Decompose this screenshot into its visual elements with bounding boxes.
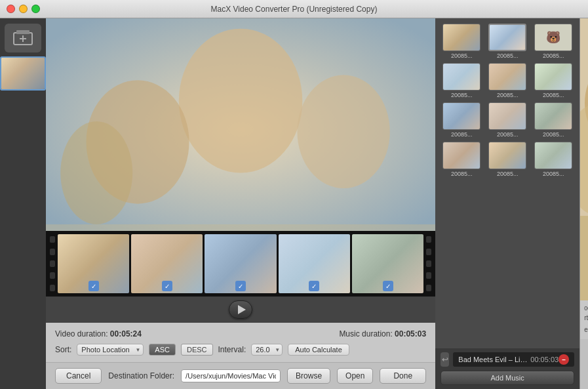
photo-item[interactable]: 20085...: [486, 142, 528, 177]
sort-select[interactable]: Photo Location: [77, 344, 144, 356]
maximize-button[interactable]: [31, 5, 40, 13]
deinterlacing-label: rtlerlacing: [584, 314, 588, 321]
sidebar: [0, 18, 46, 389]
film-hole: [50, 236, 55, 243]
frame-checkbox[interactable]: ✓: [309, 281, 319, 291]
music-name: Bad Meets Evil – Ligh...: [458, 356, 530, 363]
video-duration: Video duration: 00:05:24: [55, 329, 142, 338]
photo-thumb: [442, 142, 480, 169]
film-hole: [50, 272, 55, 279]
music-duration: Music duration: 00:05:03: [339, 329, 426, 338]
photo-image: [443, 24, 480, 51]
play-icon: [238, 305, 246, 314]
film-frame[interactable]: ✓: [279, 234, 350, 293]
photo-name: 20085...: [534, 131, 572, 138]
film-hole: [426, 236, 431, 243]
done-button[interactable]: Done: [380, 368, 426, 384]
minimize-button[interactable]: [19, 5, 28, 13]
desc-button[interactable]: DESC: [181, 344, 213, 356]
photo-grid[interactable]: 20085...20085...🐻20085...20085...20085..…: [435, 18, 579, 348]
photo-image: [489, 64, 526, 90]
photo-image: [489, 103, 526, 129]
open-button[interactable]: Open: [337, 368, 373, 384]
music-info: Bad Meets Evil – Ligh... 00:05:03 –: [453, 352, 574, 367]
auto-calculate-button[interactable]: Auto Calculate: [288, 344, 349, 356]
svg-rect-13: [580, 216, 588, 300]
photo-name: 20085...: [488, 131, 526, 138]
video-thumbnail[interactable]: [0, 56, 46, 91]
music-back-button[interactable]: ↩: [441, 352, 449, 367]
photo-item[interactable]: 20085...: [532, 63, 574, 98]
cancel-button[interactable]: Cancel: [55, 368, 102, 384]
svg-point-12: [580, 103, 588, 216]
photo-item[interactable]: 🐻20085...: [532, 24, 574, 59]
frame-checkbox[interactable]: ✓: [383, 281, 393, 291]
music-remove-button[interactable]: –: [559, 354, 569, 365]
photo-thumb: 🐻: [534, 24, 572, 51]
photo-image: [490, 25, 525, 50]
browse-button[interactable]: Browse: [287, 368, 330, 384]
photo-item[interactable]: 20085...: [532, 102, 574, 138]
photo-thumb: [488, 24, 526, 51]
photo-name: 20085...: [534, 52, 572, 59]
photo-image: [535, 142, 572, 169]
photo-thumb: [534, 102, 572, 130]
photo-item[interactable]: 20085...: [486, 24, 528, 59]
svg-point-8: [60, 121, 132, 224]
photo-item[interactable]: 20085...: [441, 102, 482, 138]
close-button[interactable]: [7, 5, 15, 13]
film-hole: [426, 249, 431, 255]
photo-image: [489, 142, 526, 169]
right-controls: 00:00:00 ⤢ rtlerlacing e Use: 4: [580, 300, 588, 339]
film-frame[interactable]: ✓: [131, 234, 203, 293]
sort-row: Sort: Photo Location ASC DESC Interval: …: [55, 344, 426, 356]
photo-item[interactable]: 20085...: [441, 142, 482, 177]
frame-checkbox[interactable]: ✓: [235, 281, 246, 291]
right-panel: 20085...20085...🐻20085...20085...20085..…: [435, 18, 579, 389]
photo-name: 20085...: [534, 92, 572, 98]
settings-row: rtlerlacing e Use: 4: [584, 314, 588, 335]
photo-item[interactable]: 20085...: [441, 24, 482, 59]
photo-item[interactable]: 20085...: [441, 63, 482, 98]
main-container: ✓ ✓ ✓ ✓ ✓: [0, 18, 588, 389]
run-btn-container: RUN: [580, 339, 588, 389]
film-frame[interactable]: ✓: [58, 234, 129, 293]
preview-photo: [580, 18, 588, 300]
photo-thumb: [534, 142, 572, 169]
window-controls[interactable]: [7, 5, 40, 13]
photo-image: [443, 64, 480, 90]
photo-image: 🐻: [535, 24, 572, 51]
add-music-button[interactable]: Add Music: [441, 371, 574, 385]
frame-checkbox[interactable]: ✓: [88, 281, 99, 291]
photo-image: [535, 103, 572, 129]
frame-checkbox[interactable]: ✓: [162, 281, 172, 291]
svg-point-7: [297, 75, 389, 188]
duration-row: Video duration: 00:05:24 Music duration:…: [55, 329, 426, 338]
photo-name: 20085...: [442, 52, 480, 59]
use-label: e Use:: [584, 326, 588, 333]
center-panel: ✓ ✓ ✓ ✓ ✓: [46, 18, 435, 389]
title-bar: MacX Video Converter Pro (Unregistered C…: [0, 0, 588, 18]
photo-name: 20085...: [488, 92, 526, 98]
film-frames: ✓ ✓ ✓ ✓ ✓: [58, 234, 423, 293]
photo-item[interactable]: 20085...: [532, 142, 574, 177]
music-duration-label: Music duration:: [339, 329, 392, 338]
film-frame[interactable]: ✓: [352, 234, 423, 293]
play-bar: [46, 297, 435, 323]
asc-button[interactable]: ASC: [149, 344, 176, 356]
photo-item[interactable]: 20085...: [486, 102, 528, 138]
add-media-button[interactable]: [5, 24, 41, 52]
far-right-panel: 00:00:00 ⤢ rtlerlacing e Use: 4: [580, 18, 588, 389]
photo-item[interactable]: 20085...: [486, 63, 528, 98]
photo-thumb: [534, 63, 572, 91]
interval-select[interactable]: 26.0: [251, 344, 283, 356]
film-hole: [50, 249, 55, 255]
photo-thumb: [488, 63, 526, 91]
bottom-bar: Cancel Destination Folder: Browse Open D…: [46, 362, 435, 389]
film-frame[interactable]: ✓: [205, 234, 276, 293]
destination-input[interactable]: [181, 369, 281, 382]
interval-label: Interval:: [218, 345, 246, 354]
play-button[interactable]: [229, 300, 252, 319]
svg-point-5: [179, 29, 302, 173]
right-container: 20085...20085...🐻20085...20085...20085..…: [435, 18, 588, 389]
